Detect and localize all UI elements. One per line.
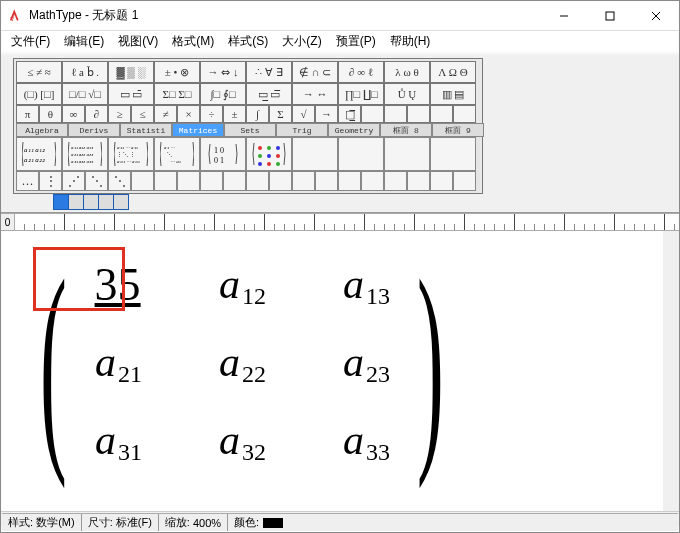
misc-btn[interactable]: … [16,171,39,191]
misc-btn-empty[interactable] [223,171,246,191]
misc-btn-empty[interactable] [246,171,269,191]
matrix-template-btn[interactable]: a₁₁ a₁₂ a₁₃a₂₁ a₂₂ a₂₃a₃₁ a₃₂ a₃₃ [62,137,108,171]
status-color[interactable]: 颜色: [228,514,289,531]
palette-btn-empty[interactable] [430,105,453,123]
palette-btn[interactable]: ▓ ▒ ░ [108,61,154,83]
minimize-button[interactable] [541,1,587,31]
palette-btn[interactable]: ± • ⊗ [154,61,200,83]
matrix-cell[interactable]: a22 [192,323,292,401]
palette-btn-empty[interactable] [384,105,407,123]
menu-size[interactable]: 大小(Z) [276,31,327,52]
palette-btn-empty[interactable] [361,105,384,123]
misc-btn-empty[interactable] [338,171,361,191]
misc-btn-empty[interactable] [453,171,476,191]
palette-tab[interactable]: Statisti [120,123,172,137]
close-button[interactable] [633,1,679,31]
palette-btn-empty[interactable] [407,105,430,123]
matrix-template-btn[interactable]: 1 00 1 [200,137,246,171]
palette-btn[interactable]: θ [39,105,62,123]
palette-tab[interactable]: Geometry [328,123,380,137]
status-zoom[interactable]: 缩放: 400% [159,514,228,531]
tool-3[interactable] [83,194,99,210]
palette-tab[interactable]: Trig [276,123,328,137]
palette-tab[interactable]: Derivs [68,123,120,137]
status-size[interactable]: 尺寸: 标准(F) [82,514,159,531]
tool-5[interactable] [113,194,129,210]
palette-btn[interactable]: ▥ ▤ [430,83,476,105]
misc-btn-empty[interactable] [177,171,200,191]
tool-2[interactable] [68,194,84,210]
palette-btn[interactable]: □̲̅ [338,105,361,123]
tool-4[interactable] [98,194,114,210]
menu-edit[interactable]: 编辑(E) [58,31,110,52]
palette-btn[interactable]: ∞ [62,105,85,123]
misc-btn-empty[interactable] [131,171,154,191]
palette-btn[interactable]: ∉ ∩ ⊂ [292,61,338,83]
misc-btn-empty[interactable] [269,171,292,191]
palette-tab[interactable]: Matrices [172,123,224,137]
palette-btn[interactable]: π [16,105,39,123]
palette-btn[interactable]: ≤ ≠ ≈ [16,61,62,83]
misc-btn-empty[interactable] [430,171,453,191]
ruler-ticks[interactable] [15,214,679,230]
misc-btn-empty[interactable] [154,171,177,191]
matrix-cell[interactable]: a31 [68,401,168,479]
status-style[interactable]: 样式: 数学(M) [2,514,82,531]
equation-editor[interactable]: ( 35a12a13a21a22a23a31a32a33 ) [1,231,679,511]
misc-btn[interactable]: ⋱ [85,171,108,191]
maximize-button[interactable] [587,1,633,31]
palette-btn[interactable]: ∫ [246,105,269,123]
matrix-template-empty[interactable] [292,137,338,171]
matrix-cell[interactable]: a13 [316,245,416,323]
palette-btn[interactable]: √ [292,105,315,123]
matrix-template-empty[interactable] [338,137,384,171]
palette-btn[interactable]: Σ [269,105,292,123]
menu-help[interactable]: 帮助(H) [384,31,437,52]
palette-btn[interactable]: Ů Ų [384,83,430,105]
misc-btn-empty[interactable] [361,171,384,191]
palette-btn[interactable]: ≥ [108,105,131,123]
misc-btn[interactable]: ⋮ [39,171,62,191]
misc-btn-empty[interactable] [315,171,338,191]
matrix-template-btn[interactable]: a₁₁ a₁₂a₂₁ a₂₂ [16,137,62,171]
palette-btn[interactable]: Σ□ Σ□ [154,83,200,105]
misc-btn[interactable]: ⋱ [108,171,131,191]
palette-tab[interactable]: Sets [224,123,276,137]
palette-btn[interactable]: ≠ [154,105,177,123]
misc-btn-empty[interactable] [384,171,407,191]
palette-btn[interactable]: → ↔ [292,83,338,105]
palette-tab[interactable]: Algebra [16,123,68,137]
palette-btn[interactable]: ∴ ∀ ∃ [246,61,292,83]
menu-style[interactable]: 样式(S) [222,31,274,52]
tool-1[interactable] [53,194,69,210]
matrix-cell[interactable]: a23 [316,323,416,401]
matrix-template-empty[interactable] [430,137,476,171]
matrix-template-btn[interactable] [246,137,292,171]
palette-btn[interactable]: ▭ ▭̄ [108,83,154,105]
misc-btn-empty[interactable] [292,171,315,191]
matrix-cell[interactable]: a32 [192,401,292,479]
palette-btn[interactable]: ∂ ∞ ℓ [338,61,384,83]
palette-btn[interactable]: → [315,105,338,123]
palette-btn[interactable]: ± [223,105,246,123]
palette-btn[interactable]: ∏□ ∐□ [338,83,384,105]
menu-preset[interactable]: 预置(P) [330,31,382,52]
palette-btn[interactable]: (□) [□] [16,83,62,105]
palette-btn[interactable]: ∂ [85,105,108,123]
palette-btn[interactable]: Λ Ω Θ [430,61,476,83]
matrix-cell[interactable]: a21 [68,323,168,401]
matrix-template-btn[interactable]: a₁ ⋯⋱⋯ aₙ [154,137,200,171]
menu-view[interactable]: 视图(V) [112,31,164,52]
palette-btn[interactable]: × [177,105,200,123]
matrix-template-btn[interactable]: a₁₁ ⋯ a₁ₙ⋮ ⋱ ⋮aₘ₁ ⋯ aₘₙ [108,137,154,171]
misc-btn-empty[interactable] [200,171,223,191]
matrix-cell[interactable]: a33 [316,401,416,479]
palette-btn-empty[interactable] [453,105,476,123]
palette-btn[interactable]: ∫□ ∮□ [200,83,246,105]
menu-format[interactable]: 格式(M) [166,31,220,52]
palette-btn[interactable]: ≤ [131,105,154,123]
menu-file[interactable]: 文件(F) [5,31,56,52]
palette-btn[interactable]: λ ω θ [384,61,430,83]
matrix-template-empty[interactable] [384,137,430,171]
palette-tab[interactable]: 框面 9 [432,123,484,137]
